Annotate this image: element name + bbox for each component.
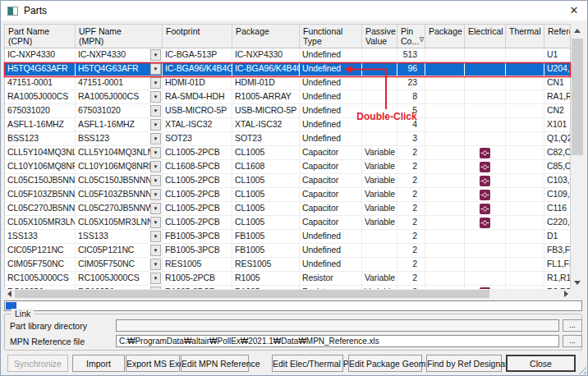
vertical-scrollbar[interactable] bbox=[571, 24, 584, 289]
cell-passive_value: Variable bbox=[362, 160, 397, 173]
cell-footprint: HDMI-01D bbox=[163, 76, 232, 89]
mpn-dropdown-button[interactable]: ▼ bbox=[150, 119, 161, 131]
table-row-CIM05F750NC[interactable]: CIM05F750NCCIM05F750NC▼RES1005RES1005Und… bbox=[5, 258, 570, 272]
cell-thermal bbox=[506, 146, 544, 159]
mpn-dropdown-button[interactable]: ▼ bbox=[150, 91, 161, 103]
export-ms-excel-button[interactable]: Export MS Excel bbox=[126, 355, 180, 372]
close-button[interactable]: Close bbox=[506, 355, 576, 372]
mpn-dropdown-button[interactable]: ▼ bbox=[150, 259, 161, 270]
table-row-1SS133[interactable]: 1SS1331SS133▼FB1005-3PCBFB1005Undefined2… bbox=[5, 230, 570, 244]
cell-package2 bbox=[425, 104, 465, 117]
column-header-package2[interactable]: Package bbox=[425, 25, 465, 48]
table-row-CL05C150JB5NNND[interactable]: CL05C150JB5NNNDCL05C150JB5NNND▼CL1005-2P… bbox=[5, 174, 570, 188]
import-button[interactable]: Import bbox=[72, 355, 125, 372]
mpn-dropdown-button[interactable]: ▼ bbox=[150, 273, 161, 284]
cell-package: XTAL-ISC32 bbox=[232, 118, 300, 131]
cell-footprint: R1005-2PCB bbox=[163, 272, 232, 285]
cell-mpn: CIC05P121NC▼ bbox=[76, 244, 163, 257]
column-header-thermal[interactable]: Thermal bbox=[506, 25, 544, 48]
cell-mpn: CL10Y106MQ8NRNC▼ bbox=[76, 160, 163, 173]
column-header-package[interactable]: Package bbox=[232, 25, 300, 48]
table-row-CL05F103ZB5NNNC[interactable]: CL05F103ZB5NNNCCL05F103ZB5NNNC▼CL1005-2P… bbox=[5, 188, 570, 202]
mpn-dropdown-button[interactable]: ▼ bbox=[150, 245, 161, 256]
column-header-label: UPF Name (MPN) bbox=[79, 26, 122, 46]
mpn-dropdown-button[interactable]: ▼ bbox=[150, 231, 161, 242]
cell-pin_count: 2 bbox=[397, 272, 425, 285]
mpn-dropdown-button[interactable]: ▼ bbox=[150, 217, 161, 228]
scroll-right-icon[interactable] bbox=[561, 289, 571, 299]
horizontal-scrollbar[interactable] bbox=[4, 289, 571, 299]
horizontal-scrollbar-thumb[interactable] bbox=[15, 290, 489, 298]
table-row-675031020[interactable]: 675031020675031020▼USB-MICRO-5PUSB-MICRO… bbox=[5, 104, 570, 118]
table-row-ASFL1-16MHZ[interactable]: ASFL1-16MHZASFL1-16MHZ▼XTAL-ISC32XTAL-IS… bbox=[5, 118, 570, 132]
mpn-dropdown-button[interactable]: ▼ bbox=[150, 189, 161, 200]
table-row-RA1005J000CS[interactable]: RA1005J000CSRA1005J000CS▼RA-SMD4-HDHR100… bbox=[5, 90, 570, 104]
mpn-reference-file-field[interactable]: C:₩ProgramData₩altair₩PollEx₩2021.1₩Data… bbox=[116, 335, 559, 347]
column-header-passive_value[interactable]: Passive Value bbox=[362, 25, 397, 48]
part-library-directory-field[interactable] bbox=[116, 319, 559, 332]
electrical-property-icon[interactable] bbox=[480, 162, 490, 172]
cell-package2 bbox=[425, 272, 465, 285]
cell-passive_value: Variable bbox=[362, 146, 397, 159]
cell-package: HDMI-01D bbox=[232, 76, 300, 89]
mpn-dropdown-button[interactable]: ▼ bbox=[150, 105, 161, 117]
cell-electrical bbox=[465, 174, 506, 187]
mpn-dropdown-button[interactable]: ▼ bbox=[150, 49, 161, 61]
scroll-left-icon[interactable] bbox=[4, 289, 14, 299]
mpn-dropdown-button[interactable]: ▼ bbox=[150, 63, 161, 75]
cell-passive_value: Variable bbox=[362, 188, 397, 201]
mpn-dropdown-button[interactable]: ▼ bbox=[150, 175, 161, 186]
close-icon[interactable]: ✕ bbox=[561, 1, 587, 20]
column-header-functional_type[interactable]: Functional Type bbox=[300, 25, 362, 48]
column-header-pin_count[interactable]: Pin Co...∇ bbox=[397, 25, 425, 48]
electrical-property-icon[interactable] bbox=[480, 148, 490, 158]
column-header-footprint[interactable]: Footprint bbox=[163, 25, 232, 48]
scroll-up-icon[interactable] bbox=[571, 25, 584, 35]
edit-elec-thermal-prop-button[interactable]: Edit Elec/Thermal Prop bbox=[272, 355, 343, 372]
cell-package2 bbox=[425, 90, 465, 103]
electrical-property-icon[interactable] bbox=[480, 176, 490, 186]
table-row-CL05C270JB5NNWC[interactable]: CL05C270JB5NNWCCL05C270JB5NNWC▼CL1005-2P… bbox=[5, 202, 570, 216]
mpn-dropdown-button[interactable]: ▼ bbox=[150, 203, 161, 214]
table-row-CIC05P121NC[interactable]: CIC05P121NCCIC05P121NC▼FB1005-3PCBFB1005… bbox=[5, 244, 570, 258]
table-row-CLL5Y104MQ3NLNC[interactable]: CLL5Y104MQ3NLNCCLL5Y104MQ3NLNC▼CL1005-2P… bbox=[5, 146, 570, 160]
find-by-ref-designator-button[interactable]: Find by Ref Designator bbox=[426, 355, 502, 372]
table-row-CL05X105MR3LNNH[interactable]: CL05X105MR3LNNHCL05X105MR3LNNH▼CL1005-2P… bbox=[5, 216, 570, 230]
cell-cpn: 47151-0001 bbox=[5, 76, 76, 89]
mpn-dropdown-button[interactable]: ▼ bbox=[150, 77, 161, 89]
edit-package-geom-button[interactable]: Edit Package Geom bbox=[348, 355, 422, 372]
column-header-mpn[interactable]: UPF Name (MPN) bbox=[76, 25, 163, 48]
cell-cpn: 1SS133 bbox=[5, 230, 76, 243]
cell-cpn: CLL5Y104MQ3NLNC bbox=[5, 146, 76, 159]
table-row-CL10Y106MQ8NRNC[interactable]: CL10Y106MQ8NRNCCL10Y106MQ8NRNC▼CL1608-5P… bbox=[5, 160, 570, 174]
mpn-reference-browse-button[interactable]: ... bbox=[563, 335, 582, 347]
electrical-property-icon[interactable] bbox=[480, 204, 490, 214]
table-row-H5TQ4G63AFR[interactable]: H5TQ4G63AFRH5TQ4G63AFR▼IC-BGA96/K4B4G16I… bbox=[5, 62, 570, 76]
cell-package: IC-NXP4330 bbox=[232, 48, 300, 62]
scroll-down-icon[interactable] bbox=[571, 277, 584, 287]
cell-reference: X101 bbox=[544, 118, 571, 131]
synchronize-button[interactable]: Synchronize bbox=[7, 355, 68, 372]
mpn-dropdown-button[interactable]: ▼ bbox=[150, 133, 161, 144]
vertical-scrollbar-thumb[interactable] bbox=[572, 39, 583, 155]
part-library-browse-button[interactable]: ... bbox=[563, 319, 582, 332]
mpn-dropdown-button[interactable]: ▼ bbox=[150, 147, 161, 158]
column-header-cpn[interactable]: Part Name (CPN) bbox=[5, 25, 76, 48]
mpn-dropdown-button[interactable]: ▼ bbox=[150, 161, 161, 172]
resize-grip[interactable] bbox=[577, 365, 586, 374]
column-header-electrical[interactable]: Electrical bbox=[465, 25, 506, 48]
table-row-BSS123[interactable]: BSS123BSS123▼SOT23SOT23Undefined3Q1,Q2 bbox=[5, 132, 570, 146]
electrical-property-icon[interactable] bbox=[480, 218, 490, 228]
cell-thermal bbox=[506, 160, 544, 173]
cell-passive_value bbox=[362, 104, 397, 117]
cell-pin_count: 2 bbox=[397, 230, 425, 243]
cell-footprint: CL1005-2PCB bbox=[163, 146, 232, 159]
electrical-property-icon[interactable] bbox=[480, 190, 490, 200]
table-row-47151-0001[interactable]: 47151-000147151-0001▼HDMI-01DHDMI-01DUnd… bbox=[5, 76, 570, 90]
cell-pin_count: 5 bbox=[397, 104, 425, 117]
column-header-reference[interactable]: Reference bbox=[544, 25, 571, 48]
table-row-RC1005J000CS[interactable]: RC1005J000CSRC1005J000CS▼R1005-2PCBR1005… bbox=[5, 272, 570, 286]
cell-package: CL1005 bbox=[232, 188, 300, 201]
table-row-IC-NXP4330[interactable]: IC-NXP4330IC-NXP4330▼IC-BGA-513PIC-NXP43… bbox=[5, 48, 570, 62]
edit-mpn-reference-button[interactable]: Edit MPN Reference bbox=[181, 355, 249, 372]
